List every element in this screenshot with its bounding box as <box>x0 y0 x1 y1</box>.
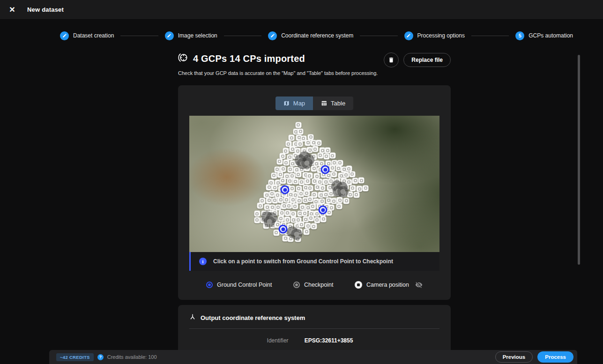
credits-info: ~42 CREDITS ? Credits available: 100 <box>56 353 157 361</box>
camera-marker[interactable] <box>292 178 298 185</box>
camera-marker[interactable] <box>292 203 298 209</box>
camera-marker[interactable] <box>350 185 356 191</box>
stepper: Dataset creationImage selectionCoordinat… <box>0 29 603 42</box>
edit-pencil-icon <box>60 31 69 40</box>
header-actions: Replace file <box>384 52 451 67</box>
camera-marker[interactable] <box>363 185 369 191</box>
camera-marker[interactable] <box>266 197 272 203</box>
camera-marker[interactable] <box>352 178 358 184</box>
camera-marker[interactable] <box>278 215 284 222</box>
camera-marker[interactable] <box>343 172 349 178</box>
tab-map[interactable]: Map <box>275 97 313 110</box>
close-icon[interactable]: ✕ <box>7 4 18 15</box>
camera-marker[interactable] <box>254 211 260 217</box>
camera-marker[interactable] <box>317 152 323 158</box>
camera-marker[interactable] <box>349 171 355 177</box>
edit-pencil-icon <box>165 31 174 40</box>
camera-marker[interactable] <box>357 186 363 192</box>
camera-marker[interactable] <box>283 160 289 166</box>
camera-marker[interactable] <box>257 203 263 209</box>
camera-marker[interactable] <box>311 223 317 230</box>
camera-marker[interactable] <box>353 192 359 198</box>
camera-marker[interactable] <box>305 178 311 184</box>
camera-marker[interactable] <box>254 217 260 223</box>
camera-marker[interactable] <box>271 172 277 178</box>
camera-marker[interactable] <box>280 166 286 172</box>
camera-marker[interactable] <box>296 198 302 204</box>
camera-marker[interactable] <box>298 222 305 228</box>
step-image-selection[interactable]: Image selection <box>165 31 217 40</box>
step-processing-options[interactable]: Processing options <box>404 31 465 40</box>
camera-marker[interactable] <box>343 198 350 204</box>
camera-marker[interactable] <box>302 210 308 216</box>
camera-marker[interactable] <box>305 223 311 229</box>
camera-marker[interactable] <box>280 178 286 184</box>
dataset-header: 4 GCPs 14 CPs imported Check that your G… <box>178 52 451 76</box>
credits-available-text: Credits available: 100 <box>107 354 157 360</box>
crs-identifier-row: Identifier EPSG:32611+3855 <box>189 337 439 344</box>
camera-marker[interactable] <box>284 210 290 216</box>
camera-marker[interactable] <box>277 171 283 178</box>
step-gcps-automation[interactable]: 5GCPs automation <box>515 31 573 40</box>
camera-marker[interactable] <box>297 141 303 147</box>
camera-marker[interactable] <box>308 215 314 221</box>
crs-identifier-value: EPSG:32611+3855 <box>305 337 353 344</box>
camera-marker[interactable] <box>307 196 313 202</box>
camera-marker[interactable] <box>290 211 296 217</box>
camera-marker[interactable] <box>358 178 365 184</box>
camera-marker[interactable] <box>290 197 296 203</box>
camera-marker[interactable] <box>278 197 284 203</box>
scrollbar[interactable] <box>578 55 580 265</box>
camera-marker[interactable] <box>298 191 304 197</box>
camera-marker[interactable] <box>289 135 295 141</box>
camera-marker[interactable] <box>329 153 335 159</box>
gcp-marker[interactable] <box>319 206 328 215</box>
camera-marker[interactable] <box>272 185 278 191</box>
camera-marker[interactable] <box>336 203 342 209</box>
gcp-marker[interactable] <box>279 225 288 234</box>
camera-marker[interactable] <box>331 171 337 177</box>
camera-marker[interactable] <box>283 197 290 203</box>
camera-marker[interactable] <box>276 158 283 164</box>
camera-marker[interactable] <box>272 197 278 203</box>
camera-marker[interactable] <box>287 166 293 172</box>
edit-pencil-icon <box>268 31 277 40</box>
camera-marker[interactable] <box>320 185 326 191</box>
camera-marker[interactable] <box>298 179 305 185</box>
step-dataset-creation[interactable]: Dataset creation <box>60 31 114 40</box>
tab-table[interactable]: Table <box>313 97 353 110</box>
previous-button[interactable]: Previous <box>495 351 533 363</box>
gcp-marker[interactable] <box>321 165 330 174</box>
checkpoint-marker[interactable] <box>301 157 313 169</box>
map-canvas[interactable] <box>189 116 439 252</box>
delete-button[interactable] <box>384 52 399 67</box>
camera-marker[interactable] <box>310 203 316 209</box>
camera-marker[interactable] <box>304 190 310 196</box>
visibility-toggle-eye-off-icon[interactable] <box>415 281 423 289</box>
checkpoint-marker[interactable] <box>291 229 302 240</box>
camera-marker[interactable] <box>329 165 335 171</box>
camera-marker[interactable] <box>316 140 322 146</box>
camera-marker[interactable] <box>323 153 329 159</box>
camera-marker[interactable] <box>320 216 327 222</box>
process-button[interactable]: Process <box>537 351 573 363</box>
camera-marker[interactable] <box>266 184 272 190</box>
camera-marker[interactable] <box>298 128 304 134</box>
checkpoint-marker[interactable] <box>337 186 349 197</box>
help-icon[interactable]: ? <box>97 354 104 360</box>
camera-marker[interactable] <box>304 229 310 235</box>
camera-marker[interactable] <box>269 191 275 197</box>
camera-marker[interactable] <box>299 204 305 210</box>
camera-marker[interactable] <box>311 165 317 171</box>
camera-marker[interactable] <box>289 186 295 192</box>
camera-marker[interactable] <box>312 146 318 152</box>
gcp-marker[interactable] <box>281 186 290 194</box>
camera-marker[interactable] <box>337 197 343 203</box>
step-coordinate-reference-system[interactable]: Coordinate reference system <box>268 31 353 40</box>
camera-marker[interactable] <box>295 122 301 128</box>
checkpoint-marker[interactable] <box>264 216 275 227</box>
camera-marker[interactable] <box>295 171 301 178</box>
camera-marker[interactable] <box>314 217 320 223</box>
camera-marker[interactable] <box>286 203 292 209</box>
replace-file-button[interactable]: Replace file <box>403 53 451 67</box>
